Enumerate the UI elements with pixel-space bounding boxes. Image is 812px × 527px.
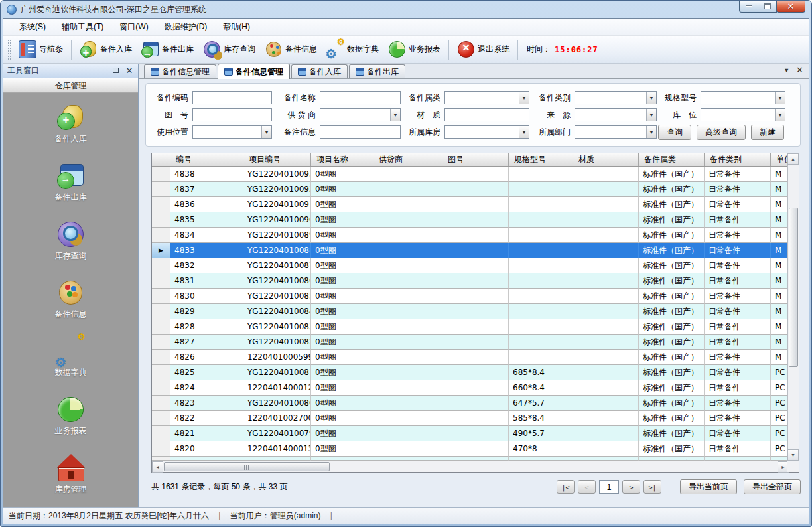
sidebar-item-stock-query[interactable]: 库存查询 <box>3 220 138 262</box>
grid-column-header[interactable]: 编号 <box>170 153 243 166</box>
pin-icon[interactable] <box>111 67 119 75</box>
row-selector[interactable] <box>152 335 170 350</box>
table-row[interactable]: 4830YG122040100850型圈标准件（国产）日常备件M <box>152 289 789 304</box>
grid-column-header[interactable]: 图号 <box>442 153 509 166</box>
table-row[interactable]: 4829YG122040100840型圈标准件（国产）日常备件M <box>152 304 789 319</box>
field-material-input[interactable] <box>444 108 529 121</box>
parts-info-button[interactable]: 备件信息 <box>260 38 322 61</box>
field-part_category-select[interactable] <box>575 91 657 104</box>
grid-column-header[interactable]: 备件类别 <box>705 153 771 166</box>
tab-1[interactable]: 备件信息管理 <box>218 64 290 79</box>
vertical-scrollbar[interactable]: ▲ ▼ <box>787 153 799 461</box>
row-selector[interactable] <box>152 289 170 304</box>
stock-query-button[interactable]: 库存查询 <box>198 38 260 61</box>
table-row[interactable]: 4823YG122040100800型圈647*5.7标准件（国产）日常备件PC <box>152 396 789 411</box>
table-row[interactable]: 482612204010005990型圈标准件（国产）日常备件M <box>152 350 789 365</box>
grid-column-header[interactable]: 规格型号 <box>509 153 573 166</box>
row-selector[interactable] <box>152 365 170 380</box>
last-page-button[interactable]: >| <box>643 480 661 494</box>
grid-column-header[interactable]: 备件属类 <box>639 153 705 166</box>
page-number-input[interactable] <box>599 480 619 494</box>
row-selector[interactable] <box>152 350 170 365</box>
sidebar-item-warehouse[interactable]: 库房管理 <box>3 454 138 495</box>
row-selector[interactable] <box>152 212 170 228</box>
sidebar-panel-title[interactable]: 仓库管理 <box>3 78 138 93</box>
sidebar-item-parts-info[interactable]: 备件信息 <box>3 279 138 320</box>
field-drawing_no-input[interactable] <box>192 108 272 121</box>
table-row[interactable]: 482212204010027000型圈585*8.4标准件（国产）日常备件PC <box>152 411 789 426</box>
scroll-left-icon[interactable]: ◄ <box>152 461 163 473</box>
row-selector[interactable] <box>152 304 170 319</box>
table-row[interactable]: 482012204014000130型圈470*8标准件（国产）日常备件PC <box>152 441 789 457</box>
field-part_class-select[interactable] <box>444 91 529 104</box>
field-remark-input[interactable] <box>320 125 401 139</box>
navbar-button[interactable]: 导航条 <box>14 38 68 61</box>
vertical-scrollbar-thumb[interactable] <box>789 208 798 367</box>
parts-outbound-button[interactable]: 备件出库 <box>137 38 198 61</box>
dropdown-arrow-icon[interactable]: ▼ <box>646 109 656 121</box>
title-bar[interactable]: 广州爱奇迪软件科技有限公司-深田之星仓库管理系统 ✕ <box>3 1 809 18</box>
toolbar-grip[interactable] <box>8 40 11 60</box>
parts-inbound-button[interactable]: 备件入库 <box>75 38 137 61</box>
horizontal-scroll-track[interactable] <box>163 461 778 473</box>
maximize-button[interactable] <box>758 1 777 13</box>
row-selector[interactable] <box>152 441 170 457</box>
table-row[interactable]: 4828YG122040100830型圈标准件（国产）日常备件M <box>152 319 789 335</box>
export-current-page-button[interactable]: 导出当前页 <box>680 479 737 494</box>
export-all-pages-button[interactable]: 导出全部页 <box>744 479 801 494</box>
grid-column-header[interactable]: 项目名称 <box>311 153 373 166</box>
tabstrip-close-icon[interactable]: ✕ <box>796 66 803 74</box>
field-part_name-input[interactable] <box>320 91 401 104</box>
table-row[interactable]: 4831YG122040100860型圈标准件（国产）日常备件M <box>152 273 789 289</box>
table-row[interactable]: 4835YG122040100900型圈标准件（国产）日常备件M <box>152 212 789 228</box>
row-selector[interactable] <box>152 258 170 273</box>
minimize-button[interactable] <box>739 1 758 13</box>
next-page-button[interactable]: > <box>622 480 640 494</box>
table-row[interactable]: 4836YG122040100910型圈标准件（国产）日常备件M <box>152 197 789 212</box>
business-report-button[interactable]: 业务报表 <box>383 38 445 61</box>
menu-item[interactable]: 系统(S) <box>11 19 54 35</box>
menu-item[interactable]: 帮助(H) <box>215 19 258 35</box>
dropdown-arrow-icon[interactable]: ▼ <box>519 126 529 138</box>
table-row[interactable]: 4834YG122040100890型圈标准件（国产）日常备件M <box>152 228 789 243</box>
field-usage_position-select[interactable] <box>192 125 272 139</box>
tab-3[interactable]: 备件出库 <box>349 64 405 78</box>
menu-item[interactable]: 数据维护(D) <box>157 19 216 35</box>
table-row[interactable]: 4825YG122040100810型圈685*8.4标准件（国产）日常备件PC <box>152 365 789 380</box>
table-row[interactable]: ▶4833YG122040100880型圈标准件（国产）日常备件M <box>152 243 789 258</box>
row-selector[interactable] <box>152 273 170 289</box>
menu-item[interactable]: 窗口(W) <box>111 19 156 35</box>
table-row[interactable]: 4838YG122040100930型圈标准件（国产）日常备件M <box>152 167 789 182</box>
field-source-select[interactable] <box>575 108 657 121</box>
sidebar-item-business-report[interactable]: 业务报表 <box>3 396 138 437</box>
sidebar-close-icon[interactable]: ✕ <box>125 66 134 76</box>
table-row[interactable]: 482412204014000120型圈660*8.4标准件（国产）日常备件PC <box>152 380 789 396</box>
table-row[interactable]: 4827YG122040100820型圈标准件（国产）日常备件M <box>152 335 789 350</box>
row-selector[interactable] <box>152 228 170 243</box>
grid-column-header[interactable]: 供货商 <box>373 153 442 166</box>
row-selector[interactable] <box>152 167 170 182</box>
dropdown-arrow-icon[interactable]: ▼ <box>261 126 271 138</box>
query-button[interactable]: 查询 <box>658 125 691 140</box>
row-selector[interactable] <box>152 319 170 335</box>
grid-column-header[interactable]: 单位 <box>771 153 789 166</box>
dropdown-arrow-icon[interactable]: ▼ <box>646 92 656 104</box>
field-supplier-select[interactable] <box>320 108 401 121</box>
close-button[interactable]: ✕ <box>776 1 805 13</box>
tab-0[interactable]: 备件信息管理 <box>144 64 216 78</box>
menu-item[interactable]: 辅助工具(T) <box>54 19 111 35</box>
row-selector[interactable] <box>152 396 170 411</box>
row-selector[interactable] <box>152 197 170 212</box>
grid-column-header[interactable]: 材质 <box>573 153 639 166</box>
grid-column-header[interactable]: 项目编号 <box>243 153 311 166</box>
sidebar-item-parts-inbound[interactable]: 备件入库 <box>3 104 138 145</box>
advanced-query-button[interactable]: 高级查询 <box>697 125 746 140</box>
exit-system-button[interactable]: 退出系统 <box>452 38 514 61</box>
scroll-down-icon[interactable]: ▼ <box>787 449 799 461</box>
horizontal-scrollbar-thumb[interactable] <box>164 462 330 471</box>
row-selector[interactable] <box>152 380 170 396</box>
table-row[interactable]: 4837YG122040100920型圈标准件（国产）日常备件M <box>152 182 789 197</box>
dropdown-arrow-icon[interactable]: ▼ <box>775 109 785 121</box>
field-department-select[interactable] <box>575 125 657 139</box>
chevron-down-icon[interactable]: ▼ <box>783 67 789 74</box>
